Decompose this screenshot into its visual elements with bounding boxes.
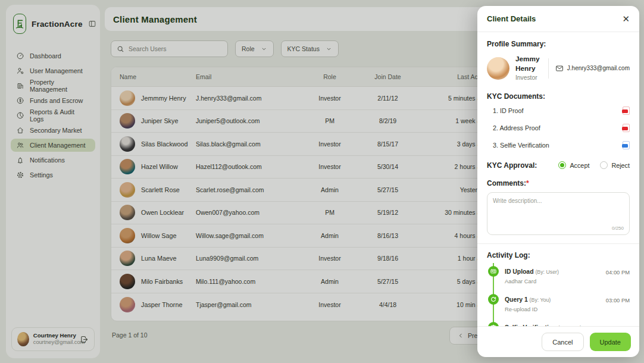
client-role: Investor [515, 74, 540, 82]
client-name: Jemmy Henry [515, 55, 540, 74]
profile-summary-label: Profile Summary: [487, 40, 630, 48]
activity-time: 03:00 PM [606, 297, 630, 303]
update-button[interactable]: Update [590, 333, 631, 351]
radio-unselected-icon[interactable] [600, 161, 608, 169]
client-details-panel: Client Details ✕ Profile Summary: Jemmy … [477, 6, 639, 357]
close-icon[interactable]: ✕ [622, 14, 630, 23]
panel-title: Client Details [487, 14, 536, 23]
profile-summary: Jemmy Henry Investor J.henry333@gmail.co… [487, 55, 630, 82]
activity-time: 02:50 PM [606, 325, 630, 326]
client-email: J.henry333@gmail.com [567, 65, 630, 71]
pdf-file-icon[interactable] [623, 124, 630, 132]
panel-header: Client Details ✕ [477, 6, 639, 32]
comments-textarea[interactable] [493, 198, 624, 223]
jpg-file-icon[interactable] [623, 141, 630, 149]
divider [477, 243, 639, 244]
accept-radio-option[interactable]: Accept [558, 161, 589, 169]
radio-selected-icon[interactable] [558, 161, 566, 169]
panel-footer: Cancel Update [477, 326, 639, 357]
activity-log-label: Activity Log: [487, 251, 630, 259]
required-asterisk: * [526, 179, 529, 187]
mail-icon [555, 64, 564, 73]
activity-item: Selfie Verification (By: User) Updated 0… [488, 321, 630, 326]
comments-field-wrapper: 0/250 [487, 192, 630, 235]
client-avatar [487, 57, 509, 80]
kyc-documents-label: KYC Documents: [487, 92, 630, 101]
kyc-document-item: 2. Address Proof [487, 121, 630, 135]
activity-time: 04:00 PM [606, 269, 630, 276]
query-refresh-icon [488, 294, 499, 305]
comments-label: Comments:* [487, 179, 630, 187]
activity-timeline: ID Upload (By: User) Aadhar Card 04:00 P… [488, 265, 630, 326]
reject-radio-option[interactable]: Reject [600, 161, 630, 169]
kyc-approval-row: KYC Approval: Accept Reject [487, 161, 630, 170]
camera-icon [488, 322, 499, 326]
pdf-file-icon[interactable] [623, 107, 630, 115]
activity-item: ID Upload (By: User) Aadhar Card 04:00 P… [488, 265, 630, 284]
kyc-document-item: 3. Selfie Verification [487, 138, 630, 152]
kyc-approval-label: KYC Approval: [487, 161, 537, 170]
character-counter: 0/250 [612, 226, 624, 231]
activity-item: Query 1 (By: You) Re-upload ID 03:00 PM [488, 293, 630, 312]
id-card-icon [488, 266, 499, 277]
kyc-document-item: 1. ID Proof [487, 104, 630, 118]
cancel-button[interactable]: Cancel [542, 333, 583, 351]
